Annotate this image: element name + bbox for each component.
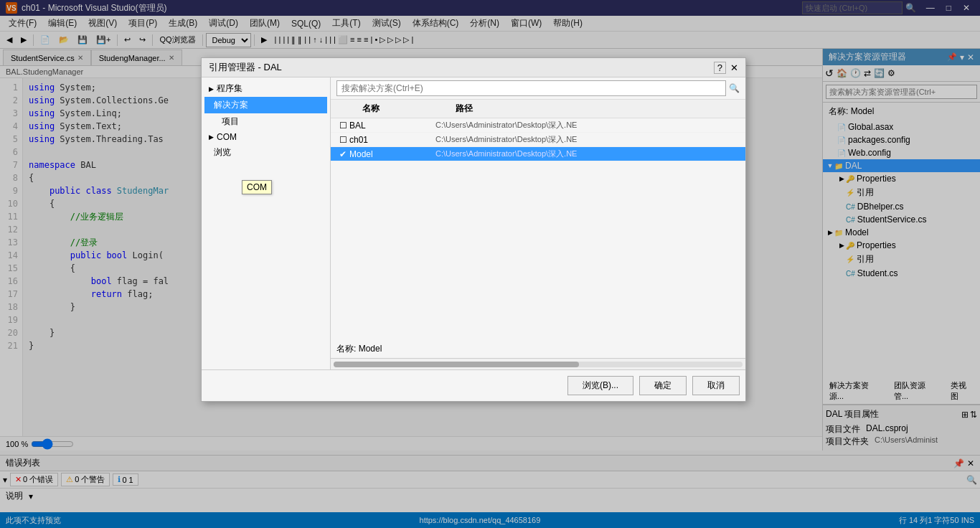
ref-path-model: C:\Users\Administrator\Desktop\深入.NE bbox=[435, 148, 740, 159]
nav-label: 浏览 bbox=[214, 146, 231, 159]
arrow-icon: ▶ bbox=[209, 133, 214, 141]
modal-name-label: 名称: bbox=[336, 344, 356, 354]
reference-manager-dialog: 引用管理器 - DAL ? ✕ ▶ 程序集 解决方案 项目 bbox=[201, 57, 746, 402]
arrow-icon bbox=[209, 149, 211, 156]
tooltip-text: COM bbox=[247, 182, 267, 192]
browse-button[interactable]: 浏览(B)... bbox=[567, 376, 633, 395]
path-col-header: 路径 bbox=[456, 103, 473, 115]
modal-name-display: 名称: Model bbox=[331, 340, 745, 358]
modal-nav-com[interactable]: ▶ COM bbox=[204, 130, 327, 144]
modal-help-button[interactable]: ? bbox=[714, 62, 726, 74]
ref-row-ch01[interactable]: ☐ ch01 C:\Users\Administrator\Desktop\深入… bbox=[331, 133, 745, 147]
ref-row-bal[interactable]: ☐ BAL C:\Users\Administrator\Desktop\深入.… bbox=[331, 118, 745, 133]
ref-name-bal: BAL bbox=[349, 121, 435, 131]
checkbox-model[interactable]: ✔ bbox=[336, 149, 349, 159]
scrollbar-thumb[interactable] bbox=[334, 362, 579, 367]
checkbox-ch01[interactable]: ☐ bbox=[336, 135, 349, 145]
modal-body: ▶ 程序集 解决方案 项目 ▶ COM 浏览 bbox=[202, 77, 745, 369]
modal-search-icon[interactable]: 🔍 bbox=[729, 83, 740, 93]
nav-label: 程序集 bbox=[217, 82, 242, 95]
modal-search-bar[interactable]: 🔍 bbox=[331, 77, 745, 100]
arrow-icon bbox=[209, 102, 211, 109]
ok-button[interactable]: 确定 bbox=[639, 376, 687, 395]
modal-nav-projects[interactable]: 项目 bbox=[204, 113, 327, 130]
ref-path-ch01: C:\Users\Administrator\Desktop\深入.NE bbox=[435, 134, 740, 145]
modal-name-value: Model bbox=[359, 344, 382, 354]
modal-title-text: 引用管理器 - DAL bbox=[209, 61, 282, 74]
modal-title-bar: 引用管理器 - DAL ? ✕ bbox=[202, 58, 745, 77]
cancel-button[interactable]: 取消 bbox=[692, 376, 740, 395]
ref-row-model[interactable]: ✔ Model C:\Users\Administrator\Desktop\深… bbox=[331, 147, 745, 161]
ref-path-bal: C:\Users\Administrator\Desktop\深入.NE bbox=[435, 120, 740, 131]
scrollbar-track[interactable] bbox=[334, 362, 743, 367]
checkbox-bal[interactable]: ☐ bbox=[336, 121, 349, 131]
modal-overlay: 引用管理器 - DAL ? ✕ ▶ 程序集 解决方案 项目 bbox=[0, 0, 980, 528]
com-tooltip: COM bbox=[242, 180, 272, 194]
modal-close-button[interactable]: ✕ bbox=[730, 62, 738, 73]
ref-name-ch01: ch01 bbox=[349, 135, 435, 145]
modal-columns: 名称 路径 bbox=[331, 100, 745, 118]
modal-header-controls[interactable]: ? ✕ bbox=[714, 62, 738, 74]
nav-label: 项目 bbox=[222, 116, 239, 128]
modal-nav-solution[interactable]: 解决方案 bbox=[204, 97, 327, 113]
modal-scrollbar[interactable] bbox=[331, 358, 745, 369]
modal-right-content: 🔍 名称 路径 ☐ BAL C:\Users\Administrator\Des… bbox=[331, 77, 745, 369]
check-col bbox=[336, 103, 362, 115]
modal-rows: ☐ BAL C:\Users\Administrator\Desktop\深入.… bbox=[331, 118, 745, 340]
modal-search-input[interactable] bbox=[336, 80, 726, 96]
ref-name-model: Model bbox=[349, 149, 435, 159]
modal-nav-assemblies[interactable]: ▶ 程序集 bbox=[204, 80, 327, 97]
modal-left-nav: ▶ 程序集 解决方案 项目 ▶ COM 浏览 bbox=[202, 77, 331, 369]
nav-label: 解决方案 bbox=[214, 99, 248, 111]
arrow-icon: ▶ bbox=[209, 85, 214, 93]
modal-nav-browse[interactable]: 浏览 bbox=[204, 144, 327, 161]
name-col-header: 名称 bbox=[362, 103, 456, 115]
nav-label: COM bbox=[217, 132, 237, 142]
modal-footer: 浏览(B)... 确定 取消 bbox=[202, 369, 745, 401]
